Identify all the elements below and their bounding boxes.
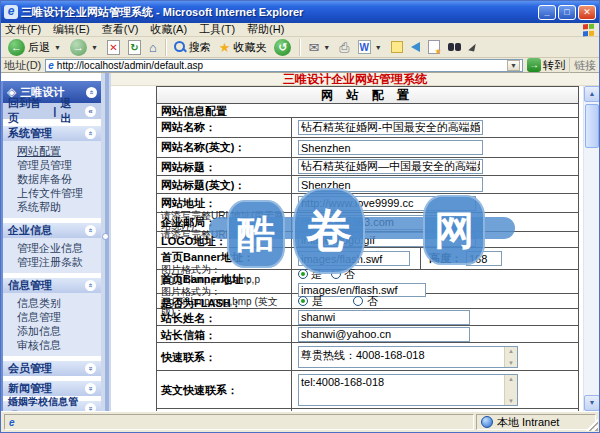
mail-url-input[interactable] <box>298 215 456 230</box>
address-url[interactable]: http://localhost/admin/default.asp <box>57 60 504 71</box>
links-label[interactable]: 链接 <box>569 58 596 73</box>
chevron-up-icon[interactable]: « <box>85 225 96 236</box>
toolbar-separator <box>299 39 300 56</box>
site-name-en-input[interactable] <box>298 140 483 155</box>
section-info[interactable]: 信息管理 « <box>3 277 101 293</box>
back-button[interactable]: ← 后退 ▼ <box>5 38 65 57</box>
banner-url-input[interactable] <box>298 251 410 266</box>
table-section-title: 网站信息配置 <box>157 104 578 118</box>
address-input[interactable]: e http://localhost/admin/default.asp ▼ <box>45 59 523 72</box>
messenger-button[interactable] <box>408 38 423 57</box>
search-icon <box>174 41 186 53</box>
site-name-input[interactable] <box>298 120 483 135</box>
intranet-globe-icon <box>481 416 493 428</box>
scroll-up-icon[interactable]: ▲ <box>584 86 599 102</box>
sidebar-item-db-backup[interactable]: 数据库备份 <box>17 172 101 186</box>
menu-view[interactable]: 查看(V) <box>102 22 139 37</box>
flash-yes-radio[interactable] <box>298 296 308 306</box>
chevron-up-icon[interactable]: « <box>85 280 96 291</box>
menu-file[interactable]: 文件(F) <box>5 22 41 37</box>
sidebar-item-register-terms[interactable]: 管理注册条款 <box>17 255 101 269</box>
toolbar-separator <box>165 39 166 56</box>
maximize-button[interactable]: □ <box>558 5 576 20</box>
minimize-button[interactable]: _ <box>538 5 556 20</box>
section-company-items: 管理企业信息 管理注册条款 <box>3 238 101 273</box>
mail-button[interactable]: ✉ ▼ <box>305 38 334 57</box>
sidebar-collapse-handle[interactable] <box>102 233 109 240</box>
row-logo-url: LOGO地址： <box>157 232 578 248</box>
edit-word-button[interactable]: W ▼ <box>355 38 386 57</box>
config-table: 网 站 配 置 网站信息配置 网站名称： 网站名称(英文)： 网站标题： <box>156 86 579 411</box>
section-member[interactable]: 会员管理 « <box>3 360 101 376</box>
home-link[interactable]: 回到首页 <box>8 96 49 126</box>
home-button[interactable]: ⌂ <box>146 38 160 57</box>
sidebar-item-admin[interactable]: 管理员管理 <box>17 158 101 172</box>
mail-dropdown-icon[interactable]: ▼ <box>322 44 331 51</box>
sidebar-item-info-audit[interactable]: 审核信息 <box>17 338 101 352</box>
menu-favorites[interactable]: 收藏(A) <box>150 22 187 37</box>
sidebar-item-company-info[interactable]: 管理企业信息 <box>17 241 101 255</box>
refresh-icon: ↻ <box>128 40 141 55</box>
sidebar-item-info-add[interactable]: 添加信息 <box>17 324 101 338</box>
forward-button[interactable]: → ▼ <box>67 38 102 57</box>
row-site-name: 网站名称： <box>157 118 578 138</box>
stop-button[interactable]: ✕ <box>104 38 123 57</box>
print-button[interactable]: ⎙ <box>336 38 352 57</box>
sidebar-item-info-category[interactable]: 信息类别 <box>17 296 101 310</box>
master-email-input[interactable] <box>298 327 470 342</box>
resize-grip[interactable] <box>586 419 598 431</box>
refresh-button[interactable]: ↻ <box>125 38 144 57</box>
go-button[interactable]: → 转到 <box>527 58 565 73</box>
snagit-button[interactable] <box>466 38 478 57</box>
brand-collapse-icon[interactable]: « <box>86 87 97 98</box>
chevron-down-icon[interactable]: « <box>85 403 96 411</box>
edit-dropdown-icon[interactable]: ▼ <box>374 44 383 51</box>
master-name-input[interactable] <box>298 310 470 325</box>
section-company[interactable]: 企业信息 « <box>3 222 101 238</box>
notes-button[interactable] <box>388 38 406 57</box>
banner-height-input[interactable] <box>466 251 502 266</box>
sidebar-item-help[interactable]: 系统帮助 <box>17 200 101 214</box>
row-is-flash: 是否为FLASH： 是 否 <box>157 294 578 309</box>
favorites-button[interactable]: ★ 收藏夹 <box>216 38 270 57</box>
chevron-down-icon[interactable]: « <box>85 383 96 394</box>
quick-contact-textarea[interactable]: 尊贵热线：4008-168-018 <box>298 346 518 368</box>
close-button[interactable]: ✕ <box>578 5 596 20</box>
chevron-up-icon[interactable]: « <box>85 128 96 139</box>
collapse-bar <box>105 73 109 411</box>
flash-no-radio[interactable] <box>353 296 363 306</box>
history-button[interactable]: ↺ <box>271 38 294 57</box>
add-favorite-button[interactable] <box>425 38 443 57</box>
section-system[interactable]: 系统管理 « <box>3 125 101 141</box>
logout-link[interactable]: 退出 <box>60 96 81 126</box>
word-icon: W <box>358 40 371 54</box>
site-title-en-input[interactable] <box>298 177 483 192</box>
vertical-scrollbar[interactable]: ▲ ▼ <box>583 86 599 411</box>
security-zone-label: 本地 Intranet <box>497 415 559 430</box>
site-url-input[interactable] <box>298 196 476 211</box>
menu-tools[interactable]: 工具(T) <box>199 22 235 37</box>
forward-dropdown-icon[interactable]: ▼ <box>90 44 99 51</box>
banner-en-yes-radio[interactable] <box>298 269 308 279</box>
logo-url-input[interactable] <box>298 232 476 247</box>
banner-en-no-radio[interactable] <box>331 269 341 279</box>
research-button[interactable] <box>445 38 464 57</box>
scrollbar-thumb[interactable] <box>585 104 599 148</box>
chevron-down-icon[interactable]: « <box>85 363 96 374</box>
quick-contact-en-textarea[interactable]: tel:4008-168-018 <box>298 374 518 406</box>
address-dropdown-icon[interactable]: ▼ <box>507 60 520 71</box>
sidebar-item-info-manage[interactable]: 信息管理 <box>17 310 101 324</box>
back-dropdown-icon[interactable]: ▼ <box>53 44 62 51</box>
capture-icon <box>468 42 476 51</box>
menu-help[interactable]: 帮助(H) <box>247 22 284 37</box>
address-label: 地址(D) <box>4 58 41 73</box>
site-title-input[interactable] <box>298 159 483 174</box>
scroll-down-icon[interactable]: ▼ <box>584 395 599 411</box>
banner-height-cell: 高度： <box>420 248 582 269</box>
sidebar-item-site-config[interactable]: 网站配置 <box>17 144 101 158</box>
search-button[interactable]: 搜索 <box>171 38 214 57</box>
sidebar-item-upload[interactable]: 上传文件管理 <box>17 186 101 200</box>
menu-edit[interactable]: 编辑(E) <box>53 22 90 37</box>
nav-collapse-icon[interactable]: « <box>85 106 96 117</box>
section-school[interactable]: 婚姻学校信息管理 « <box>3 400 101 411</box>
